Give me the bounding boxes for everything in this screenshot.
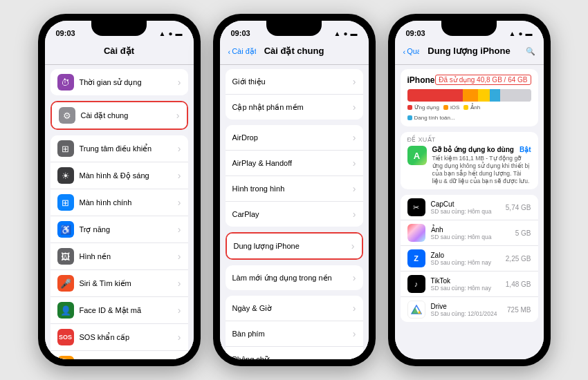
icon-time: ⏱ xyxy=(57,74,74,91)
suggest-title: Gỡ bỏ ứng dụng ko dùng Bật xyxy=(432,146,531,153)
section-group-general: ⚙ Cài đặt chung xyxy=(50,101,188,130)
storage-bar-section: iPhone Đã sử dụng 40,8 GB / 64 GB Ứng dụ… xyxy=(401,69,538,126)
icon-siri: 🎤 xyxy=(57,275,74,292)
app-size-capcut: 5,74 GB xyxy=(506,204,531,211)
legend-ios: iOS xyxy=(443,104,459,111)
list-item-access[interactable]: ♿ Trợ năng xyxy=(50,216,188,243)
section-group-intro: Giới thiệu Cập nhật phần mềm xyxy=(226,69,363,120)
suggest-btn[interactable]: Bật xyxy=(520,146,531,153)
list-item-refresh[interactable]: Làm mới ứng dụng trong nền xyxy=(226,265,363,290)
suggest-section: Đề xuất A Gỡ bỏ ứng dụng ko dùng Bật Tiế… xyxy=(401,132,538,189)
app-info-photos: Ảnh SD sau cùng: Hôm qua xyxy=(431,226,515,240)
nav-title-2: Cài đặt chung xyxy=(256,43,333,60)
suggest-desc: Tiết kiệm 161,1 MB - Tự động gỡ ứng dụng… xyxy=(432,155,531,185)
chevron-general xyxy=(176,109,180,122)
list-item-display[interactable]: ☀ Màn hình & Độ sáng xyxy=(50,162,188,189)
list-item-faceid[interactable]: 👤 Face ID & Mật mã xyxy=(50,297,188,324)
chevron-refresh xyxy=(353,272,356,284)
list-item-storage[interactable]: Dung lượng iPhone xyxy=(227,234,362,258)
icon-photos xyxy=(407,224,425,242)
app-capcut[interactable]: ✂ CapCut SD sau cùng: Hôm qua 5,74 GB xyxy=(401,195,538,220)
chevron-font xyxy=(353,353,356,359)
list-item-notif[interactable]: 📡 Thông báo tiếp xúc xyxy=(50,351,188,359)
chevron-wallpaper xyxy=(178,250,181,263)
chevron-datetime xyxy=(353,302,356,314)
storage-legend: Ứng dụng iOS Ảnh Dang tính toán... xyxy=(407,104,531,121)
chevron-notif xyxy=(178,358,181,359)
time-1: 09:03 xyxy=(56,29,75,37)
list-item-wallpaper[interactable]: 🖼 Hình nền xyxy=(50,243,188,270)
storage-bar xyxy=(407,89,531,102)
section-group-storage-highlight: Dung lượng iPhone xyxy=(226,232,363,260)
status-icons-3: ▲ ● ▬ xyxy=(509,30,533,37)
app-zalo[interactable]: Z Zalo SD sau cùng: Hôm nay 2,25 GB xyxy=(401,246,538,272)
list-item-airdrop[interactable]: AirDrop xyxy=(226,125,363,151)
notch-1 xyxy=(91,21,147,36)
app-name-photos: Ảnh xyxy=(431,226,515,234)
suggest-content: Gỡ bỏ ứng dụng ko dùng Bật Tiết kiệm 161… xyxy=(432,146,531,185)
app-size-drive: 725 MB xyxy=(507,306,531,314)
bar-free xyxy=(500,89,531,102)
chevron-airdrop xyxy=(353,131,356,144)
settings-list-3: iPhone Đã sử dụng 40,8 GB / 64 GB Ứng dụ… xyxy=(395,65,544,359)
chevron-control xyxy=(178,142,181,155)
app-list: ✂ CapCut SD sau cùng: Hôm qua 5,74 GB Ản… xyxy=(401,195,538,322)
icon-wallpaper: 🖼 xyxy=(57,248,74,265)
icon-notif: 📡 xyxy=(57,356,74,359)
phone-1: 09:03 ▲ ● ▬ Cài đặt ⏱ Thời gian sử dụng xyxy=(38,14,201,366)
storage-header: iPhone Đã sử dụng 40,8 GB / 64 GB xyxy=(407,75,531,85)
app-tiktok[interactable]: ♪ TikTok SD sau cùng: Hôm nay 1,48 GB xyxy=(401,272,538,297)
list-item-control[interactable]: ⊞ Trung tâm điều khiển xyxy=(50,135,188,162)
section-group-refresh: Làm mới ứng dụng trong nền xyxy=(226,265,363,290)
list-item-general[interactable]: ⚙ Cài đặt chung xyxy=(52,102,187,129)
phone-3: 09:03 ▲ ● ▬ ‹ Quay lại Dung lượng iPhone… xyxy=(388,14,551,366)
list-item-pip[interactable]: Hình trong hình xyxy=(226,176,363,202)
list-item-sos[interactable]: SOS SOS khẩn cấp xyxy=(50,324,188,351)
app-drive[interactable]: Drive SD sau cùng: 12/01/2024 725 MB xyxy=(401,297,538,322)
search-btn-3[interactable]: 🔍 xyxy=(526,47,535,56)
chevron-keyboard xyxy=(353,327,356,340)
list-item-update[interactable]: Cập nhật phần mềm xyxy=(226,95,363,120)
list-item-intro[interactable]: Giới thiệu xyxy=(226,69,363,95)
app-name-drive: Drive xyxy=(431,303,508,310)
chevron-update xyxy=(353,101,356,113)
app-photos[interactable]: Ảnh SD sau cùng: Hôm qua 5 GB xyxy=(401,220,538,246)
list-item-home[interactable]: ⊞ Màn hình chính xyxy=(50,189,188,216)
app-size-zalo: 2,25 GB xyxy=(506,255,531,263)
storage-used-label: Đã sử dụng 40,8 GB / 64 GB xyxy=(435,75,531,85)
chevron-storage xyxy=(351,240,355,252)
back-btn-2[interactable]: ‹ Cài đặt xyxy=(228,47,257,56)
list-item-carplay[interactable]: CarPlay xyxy=(226,202,363,227)
storage-device-name: iPhone xyxy=(407,75,435,85)
phone-2: 09:03 ▲ ● ▬ ‹ Cài đặt Cài đặt chung Giới… xyxy=(213,14,376,366)
app-name-zalo: Zalo xyxy=(431,251,506,259)
icon-control: ⊞ xyxy=(57,140,74,157)
chevron-intro xyxy=(353,75,356,88)
chevron-faceid xyxy=(178,304,181,316)
suggest-item: A Gỡ bỏ ứng dụng ko dùng Bật Tiết kiệm 1… xyxy=(407,146,531,185)
chevron-time xyxy=(178,76,181,88)
list-item-font[interactable]: Phông chữ xyxy=(226,347,363,359)
list-item-siri[interactable]: 🎤 Siri & Tìm kiếm xyxy=(50,270,188,297)
icon-tiktok: ♪ xyxy=(407,275,425,293)
section-group-datetime: Ngày & Giờ Bàn phím Phông chữ Ngôn ngữ &… xyxy=(226,296,363,359)
bar-photos xyxy=(478,89,490,102)
list-item-keyboard[interactable]: Bàn phím xyxy=(226,321,363,347)
list-item-datetime[interactable]: Ngày & Giờ xyxy=(226,296,363,321)
chevron-sos xyxy=(178,331,181,343)
legend-other: Dang tính toán... xyxy=(407,115,455,121)
app-info-zalo: Zalo SD sau cùng: Hôm nay xyxy=(431,251,506,266)
chevron-access xyxy=(178,223,181,236)
back-label-2: Cài đặt xyxy=(232,47,257,56)
status-icons-2: ▲ ● ▬ xyxy=(334,30,358,37)
screen-1: 09:03 ▲ ● ▬ Cài đặt ⏱ Thời gian sử dụng xyxy=(45,21,194,359)
list-item-time[interactable]: ⏱ Thời gian sử dụng xyxy=(50,69,188,95)
icon-home: ⊞ xyxy=(57,194,74,211)
list-item-airplay[interactable]: AirPlay & Handoff xyxy=(226,151,363,176)
nav-bar-3: ‹ Quay lại Dung lượng iPhone 🔍 xyxy=(395,40,544,64)
app-name-capcut: CapCut xyxy=(431,200,506,208)
app-last-photos: SD sau cùng: Hôm qua xyxy=(431,234,515,240)
time-2: 09:03 xyxy=(231,29,250,37)
icon-capcut: ✂ xyxy=(407,198,425,216)
chevron-home xyxy=(178,196,181,209)
